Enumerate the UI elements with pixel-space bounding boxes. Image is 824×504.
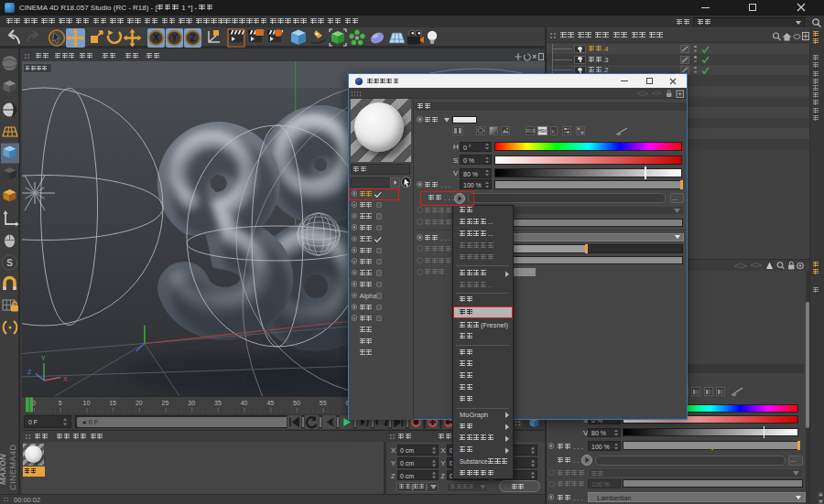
svg-text:25: 25 (162, 400, 169, 406)
svg-text:45: 45 (266, 400, 274, 406)
svg-text:10: 10 (83, 400, 91, 406)
svg-text:35: 35 (214, 400, 222, 406)
svg-text:30: 30 (188, 400, 195, 406)
svg-text:X: X (63, 376, 68, 382)
svg-text:50: 50 (293, 400, 300, 406)
svg-text:55: 55 (320, 400, 327, 406)
svg-text:Z: Z (27, 369, 32, 375)
svg-text:Y: Y (41, 355, 46, 361)
svg-text:40: 40 (241, 400, 248, 406)
svg-text:Y: Y (171, 33, 178, 43)
svg-text:20: 20 (136, 400, 143, 406)
svg-text:X: X (153, 33, 159, 43)
svg-text:15: 15 (109, 400, 116, 406)
svg-text:S: S (6, 258, 13, 268)
svg-text:Z: Z (190, 33, 195, 43)
svg-text:5: 5 (59, 400, 62, 406)
